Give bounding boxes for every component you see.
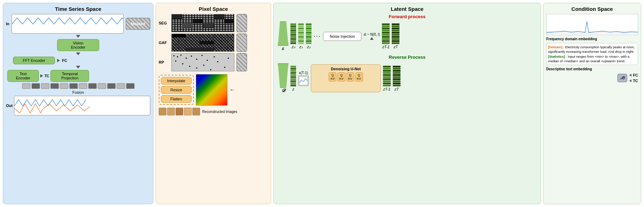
fusion-label: Fusion (72, 90, 84, 94)
arrow3 (76, 66, 80, 69)
encoder-container: ε (278, 21, 288, 51)
temporal-projection-box: TemporalProjection (50, 70, 89, 82)
svg-rect-13 (182, 23, 193, 28)
z0-vector (290, 23, 296, 44)
svg-rect-32 (186, 58, 187, 59)
arrow-tc (629, 79, 631, 82)
panel-latent-space: Latent Space Forward process ε (273, 3, 541, 204)
token1 (22, 83, 30, 89)
image-svg (299, 77, 308, 85)
vision-encoder-label: VisionEncoder (71, 41, 85, 49)
gaf-hatched (237, 34, 247, 52)
resize-box: Resize (161, 86, 192, 94)
noise-injection-box: Noise Injection (323, 32, 362, 41)
z-bottom-vector (290, 66, 296, 86)
z2-stack: z₂ (306, 23, 311, 49)
seg-hatched (237, 14, 247, 32)
token12 (126, 83, 135, 89)
svg-rect-40 (189, 66, 190, 67)
fc-tc-col: FC TC (629, 73, 638, 83)
masked-label: Masked (126, 18, 150, 29)
domain-label: [Domain] (548, 45, 562, 49)
arrow1 (76, 35, 80, 38)
z0-label: z₀ (292, 45, 295, 49)
zt-label: zT (393, 45, 398, 49)
freq-svg (547, 14, 638, 35)
rp-image (171, 53, 234, 71)
seg-svg (172, 14, 234, 32)
encoder-shape (278, 21, 288, 46)
flatten-label: Flatten (170, 97, 182, 101)
resize-label: Resize (170, 88, 182, 92)
arrow2 (76, 52, 80, 55)
x-label: x(T-1) (299, 71, 308, 75)
svg-rect-12 (214, 14, 224, 19)
seg-label: SEG (159, 21, 169, 25)
recon-images (159, 108, 200, 115)
main-container: Time Series Space In Masked VisionEncode… (0, 0, 644, 207)
z2-label: z₂ (307, 45, 310, 49)
output-signal-box (14, 96, 150, 115)
zt-stack: zT (392, 23, 399, 49)
latent-full: Forward process ε (276, 14, 538, 207)
latent-space-title: Latent Space (276, 6, 538, 12)
masked-box: Masked (126, 18, 150, 30)
tc-row: TC (629, 79, 638, 83)
qkv4: QKV (355, 72, 363, 81)
gaf-label: GAF (159, 41, 169, 45)
x-image-icon (298, 76, 309, 86)
condition-space-title: Condition Space (546, 6, 638, 12)
time-series-inner: In Masked VisionEncoder (6, 14, 150, 199)
bottom-pixel-section: Interpolate Resize Flatten ← (159, 74, 268, 106)
theta-box: 𝒯θ (617, 74, 628, 82)
theta-row: 𝒯θ FC TC (546, 73, 638, 83)
svg-rect-42 (203, 65, 204, 66)
svg-rect-35 (201, 55, 203, 56)
seg-row: SEG (159, 14, 268, 32)
qkv3: QKV (347, 72, 354, 81)
zt1-label: zT-1 (382, 45, 390, 49)
z2-vector (306, 23, 311, 44)
zt1-bottom-vector (383, 66, 391, 86)
token6 (69, 83, 78, 89)
recon4 (184, 108, 192, 115)
noise-injection-label: Noise Injection (330, 34, 355, 38)
svg-rect-25 (172, 34, 186, 37)
heatmap-container (196, 74, 227, 106)
svg-rect-39 (182, 63, 183, 64)
text-title-label: Descriptive text embedding (546, 67, 638, 71)
svg-rect-34 (196, 59, 197, 60)
token2 (32, 83, 40, 89)
zt-bottom-vector (393, 66, 400, 86)
reconstructed-label: Reconstructed Images (202, 110, 237, 114)
input-signal-box (12, 14, 124, 34)
output-signal-svg (14, 96, 150, 115)
zt1-stack: zT-1 (382, 23, 390, 49)
freq-plot (546, 14, 638, 35)
encoder-label: ε (282, 46, 284, 51)
pixel-space-title: Pixel Space (159, 6, 268, 12)
fft-encoder-box: FFT Encoder (13, 57, 55, 64)
unet-label: Denoising U-Net (313, 67, 378, 71)
svg-rect-33 (191, 56, 192, 57)
decoder-label: 𝒟 (281, 88, 285, 93)
recon1 (159, 108, 166, 115)
rp-hatched (237, 53, 247, 71)
token8 (88, 83, 97, 89)
z-bottom-label: z (292, 87, 294, 91)
svg-rect-10 (193, 19, 203, 23)
vision-encoder-box: VisionEncoder (57, 39, 99, 51)
svg-rect-14 (224, 19, 234, 23)
statistics-label: [Statistics] (548, 55, 565, 58)
epsilon-label: εt ~ N(0, I) (364, 33, 380, 36)
interpolate-box: Interpolate (161, 77, 192, 85)
rp-row: RP (159, 53, 268, 71)
time-series-title: Time Series Space (6, 6, 150, 12)
svg-rect-46 (228, 58, 229, 59)
input-signal-row: In Masked (6, 14, 150, 34)
x-container: x(T-1) (298, 71, 309, 86)
gaf-svg (172, 34, 234, 51)
epsilon-container: εt ~ N(0, I) (364, 33, 380, 40)
arrow-heatmap: ← (229, 87, 235, 93)
svg-rect-9 (172, 14, 182, 19)
